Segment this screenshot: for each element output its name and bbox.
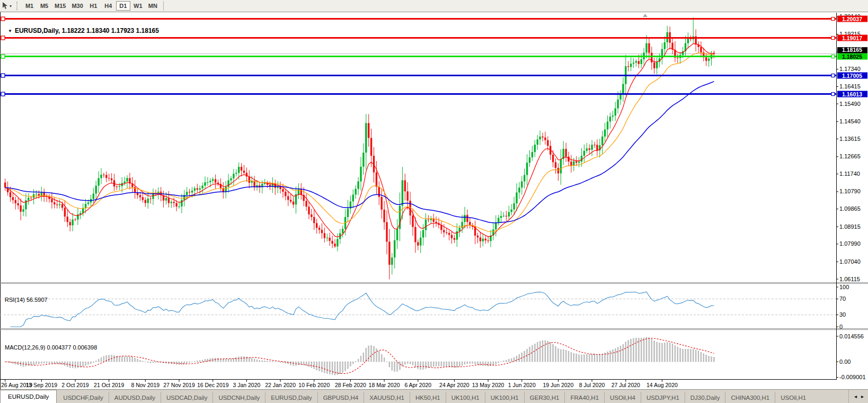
chart-menu-caret-icon: ▼ [8, 29, 12, 33]
date-axis[interactable] [1, 392, 837, 401]
chart-window[interactable]: ▼EURUSD,Daily, 1.18222 1.18340 1.17923 1… [0, 12, 868, 389]
scroll-indicator-icon [643, 14, 648, 17]
macd-panel[interactable] [1, 342, 837, 391]
rsi-panel[interactable] [1, 296, 837, 341]
chart-title-text: EURUSD,Daily, 1.18222 1.18340 1.17923 1.… [15, 27, 159, 34]
rsi-indicator-label: RSI(14) 56.5907 [5, 297, 48, 303]
chart-title[interactable]: ▼EURUSD,Daily, 1.18222 1.18340 1.17923 1… [8, 27, 159, 34]
main-chart-panel[interactable] [1, 25, 837, 294]
price-axis[interactable] [837, 25, 868, 391]
svg-text:1.20037: 1.20037 [842, 16, 862, 22]
macd-indicator-label: MACD(12,26,9) 0.004377 0.006398 [5, 344, 97, 351]
mt4-application: ▾ M1M5M15M30H1H4D1W1MN ▼EURUSD,Daily, 1.… [0, 0, 868, 403]
